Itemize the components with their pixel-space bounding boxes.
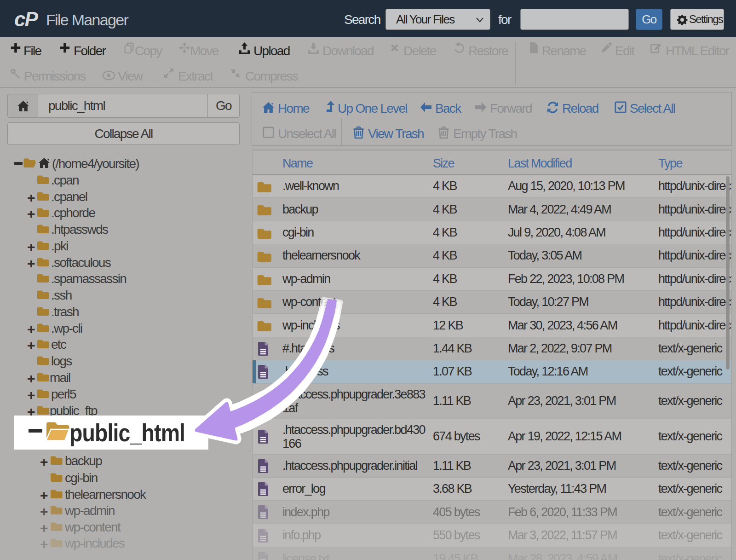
- svg-text:cP: cP: [14, 11, 38, 29]
